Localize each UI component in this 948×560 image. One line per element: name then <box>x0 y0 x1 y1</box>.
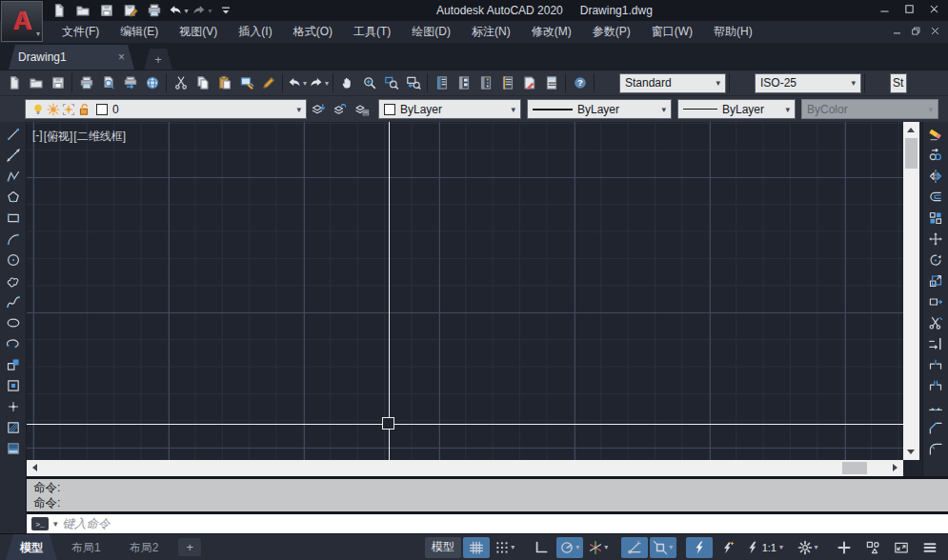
command-window-close-button[interactable] <box>2 503 25 524</box>
bulb-on-button[interactable] <box>30 102 46 117</box>
dropdown-caret-icon[interactable]: ▾ <box>303 79 307 88</box>
dropdown-caret-icon[interactable]: ▾ <box>604 543 608 551</box>
menu-item-2[interactable]: 视图(V) <box>169 21 228 43</box>
pan-button[interactable] <box>336 72 358 94</box>
command-input-placeholder[interactable]: 键入命令 <box>63 516 111 532</box>
cut-button[interactable] <box>170 72 192 94</box>
ortho-mode-button[interactable] <box>528 537 555 558</box>
command-window-grip[interactable] <box>2 478 25 499</box>
menu-item-1[interactable]: 编辑(E) <box>110 21 169 43</box>
grid-display-button[interactable] <box>463 537 490 558</box>
menu-item-9[interactable]: 参数(P) <box>582 21 641 43</box>
linetype-select[interactable]: ByLayer ▾ <box>527 99 672 119</box>
plot-preview-button[interactable] <box>97 72 119 94</box>
point-button[interactable] <box>2 396 25 417</box>
undo-button[interactable]: ▾ <box>286 72 308 94</box>
scroll-right-icon[interactable] <box>893 464 898 471</box>
scroll-left-icon[interactable] <box>32 464 37 471</box>
dim-style-button[interactable] <box>733 72 755 94</box>
line-button[interactable] <box>2 124 25 145</box>
annotation-monitor-button[interactable] <box>831 537 857 558</box>
scale-button[interactable] <box>924 270 947 291</box>
layer-make-current-button[interactable] <box>307 98 329 120</box>
polyline-button[interactable] <box>2 166 25 187</box>
rectangle-button[interactable] <box>2 208 25 229</box>
save-button[interactable] <box>47 72 69 94</box>
command-prompt-icon[interactable]: >_ <box>31 517 49 530</box>
tab-close-icon[interactable]: × <box>118 50 125 64</box>
undo-button[interactable]: ▾ <box>167 1 190 20</box>
object-snap-tracking-button[interactable] <box>621 537 648 558</box>
dropdown-caret-icon[interactable]: ▾ <box>669 543 673 551</box>
publish-web-button[interactable] <box>141 72 163 94</box>
command-input-row[interactable]: >_ ▾ 键入命令 <box>27 514 948 533</box>
copy-button[interactable] <box>924 145 947 166</box>
construction-line-button[interactable] <box>2 145 25 166</box>
join-button[interactable] <box>924 396 947 417</box>
extend-button[interactable] <box>924 333 947 354</box>
zoom-window-button[interactable] <box>380 72 402 94</box>
horizontal-scroll-thumb[interactable] <box>842 462 867 474</box>
scroll-up-icon[interactable] <box>907 128 915 132</box>
dropdown-caret-icon[interactable]: ▾ <box>575 543 579 551</box>
menu-item-8[interactable]: 修改(M) <box>521 21 582 43</box>
text-style-button[interactable] <box>597 72 619 94</box>
layer-select[interactable]: 0 ▾ <box>25 99 307 119</box>
dropdown-caret-icon[interactable]: ▾ <box>814 543 817 551</box>
application-menu-button[interactable]: A ▾ <box>1 1 43 42</box>
menu-item-3[interactable]: 插入(I) <box>228 21 282 43</box>
snap-mode-button[interactable]: ▾ <box>492 537 518 558</box>
dropdown-caret-icon[interactable]: ▾ <box>184 7 188 15</box>
mirror-button[interactable] <box>924 166 947 187</box>
object-color-select[interactable]: ByLayer ▾ <box>378 99 521 119</box>
properties-palette-button[interactable] <box>431 72 453 94</box>
markup-manager-button[interactable] <box>518 72 540 94</box>
break-at-point-button[interactable] <box>924 354 947 375</box>
lock-open-button[interactable] <box>76 102 91 117</box>
window-close-button[interactable] <box>921 0 946 21</box>
erase-button[interactable] <box>924 124 947 145</box>
redo-button[interactable]: ▾ <box>308 72 330 94</box>
viewport-control-2[interactable]: [二维线框] <box>73 129 126 145</box>
spline-button[interactable] <box>2 291 25 312</box>
menu-item-7[interactable]: 标注(N) <box>461 21 521 43</box>
dim-style-select[interactable]: ISO-25 ▾ <box>755 73 861 93</box>
annotation-autoscale-button[interactable] <box>715 537 741 558</box>
array-button[interactable] <box>924 208 947 229</box>
chamfer-button[interactable] <box>924 417 947 438</box>
layer-states-button[interactable] <box>351 98 373 120</box>
vp-freeze-button[interactable] <box>61 102 76 117</box>
object-snap-button[interactable]: ▾ <box>650 537 676 558</box>
match-properties-button[interactable] <box>235 72 257 94</box>
scroll-down-icon[interactable] <box>907 450 915 454</box>
drawing-canvas[interactable]: [-][俯视][二维线框] <box>27 122 903 460</box>
menu-item-4[interactable]: 格式(O) <box>283 21 343 43</box>
plot-button[interactable] <box>75 72 97 94</box>
dropdown-caret-icon[interactable]: ▾ <box>511 543 514 551</box>
lineweight-select[interactable]: ByLayer ▾ <box>677 99 796 119</box>
menu-item-6[interactable]: 绘图(D) <box>401 21 461 43</box>
vertical-scrollbar[interactable] <box>903 122 919 460</box>
ellipse-button[interactable] <box>2 312 25 333</box>
doc-close-button[interactable] <box>925 23 944 41</box>
hatch-button[interactable] <box>2 417 25 438</box>
isometric-drafting-button[interactable]: ▾ <box>585 537 612 558</box>
new-file-button[interactable] <box>48 1 71 20</box>
table-style-button[interactable] <box>868 72 890 94</box>
tool-palettes-button[interactable] <box>474 72 496 94</box>
polar-tracking-button[interactable]: ▾ <box>556 537 583 558</box>
horizontal-scrollbar[interactable] <box>27 460 903 476</box>
layout-tab-0[interactable]: 模型 <box>6 534 57 560</box>
zoom-previous-button[interactable] <box>402 72 424 94</box>
window-minimize-button[interactable] <box>872 0 897 21</box>
annotation-scale-button[interactable]: 1:1▾ <box>743 537 785 558</box>
new-drawing-tab-button[interactable]: + <box>144 49 172 70</box>
gradient-button[interactable] <box>2 438 25 459</box>
viewport-control-0[interactable]: [-] <box>32 129 43 145</box>
vertical-scroll-thumb[interactable] <box>905 138 918 169</box>
clean-screen-button[interactable] <box>888 537 915 558</box>
copy-clip-button[interactable] <box>192 72 213 94</box>
layout-tab-1[interactable]: 布局1 <box>57 534 115 560</box>
window-maximize-button[interactable] <box>897 0 921 21</box>
zoom-realtime-button[interactable] <box>358 72 380 94</box>
